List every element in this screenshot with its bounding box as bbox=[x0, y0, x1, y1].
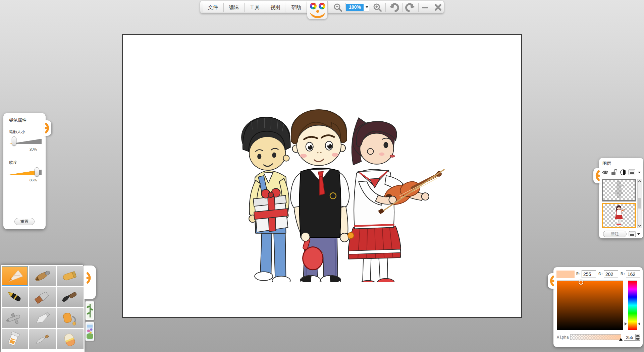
tool-cell-airbrush[interactable] bbox=[2, 308, 28, 328]
layer-scrollbar[interactable] bbox=[637, 179, 642, 228]
close-button[interactable] bbox=[432, 2, 444, 12]
fountain-pen-tool-icon bbox=[5, 289, 25, 305]
redo-button[interactable] bbox=[403, 2, 418, 12]
scroll-up-icon[interactable] bbox=[638, 179, 642, 183]
clown-ear-icon bbox=[85, 270, 94, 286]
spin-up-icon[interactable] bbox=[636, 334, 640, 337]
palette-collapse-handle[interactable] bbox=[84, 266, 96, 299]
minimize-button[interactable] bbox=[419, 2, 431, 12]
alpha-marker-icon[interactable] bbox=[619, 338, 623, 341]
blue-input[interactable] bbox=[626, 270, 640, 278]
visibility-eye-icon[interactable] bbox=[602, 169, 608, 175]
pencil-tool-icon bbox=[5, 268, 25, 284]
unlocked-padlock-icon[interactable] bbox=[611, 169, 617, 176]
zoom-level-combo[interactable]: 100% bbox=[345, 3, 369, 11]
panel-collapse-handle[interactable] bbox=[548, 273, 555, 289]
tool-cell-crayon[interactable] bbox=[57, 266, 84, 286]
hue-slider[interactable] bbox=[628, 281, 637, 330]
spin-down-icon[interactable] bbox=[636, 337, 640, 340]
clown-logo bbox=[307, 1, 328, 19]
blue-label: B: bbox=[621, 272, 625, 277]
spinner-arrows bbox=[635, 334, 640, 340]
scrollbar-thumb[interactable] bbox=[638, 198, 641, 209]
bamboo-stamp-icon bbox=[87, 303, 93, 319]
bamboo-stamp-button[interactable] bbox=[85, 301, 94, 320]
green-input[interactable] bbox=[604, 270, 618, 278]
tool-cell-palette-knife[interactable] bbox=[29, 308, 56, 328]
red-input[interactable] bbox=[582, 270, 596, 278]
brush-size-value: 20% bbox=[30, 147, 37, 151]
liner-brush-tool-icon bbox=[33, 332, 52, 347]
layer-thumbnail-color[interactable] bbox=[602, 203, 636, 228]
wood-pencil-tool-icon bbox=[33, 268, 52, 284]
chevron-down-icon bbox=[637, 233, 640, 235]
new-layer-button[interactable]: 新建 bbox=[603, 231, 627, 237]
menu-edit[interactable]: 编辑 bbox=[224, 2, 244, 12]
tool-palette bbox=[1, 265, 85, 352]
clown-ear-icon bbox=[593, 168, 601, 183]
zoom-in-icon bbox=[373, 3, 382, 12]
tool-cell-liner-brush[interactable] bbox=[29, 329, 56, 349]
hue-marker-left-icon[interactable] bbox=[625, 322, 627, 326]
red-label: R: bbox=[576, 272, 581, 277]
tool-cell-paint-roller[interactable] bbox=[57, 308, 84, 328]
clown-eye-left-icon bbox=[310, 3, 317, 9]
menu-view[interactable]: 视图 bbox=[265, 2, 285, 12]
tool-cell-eraser[interactable] bbox=[57, 329, 84, 349]
pencil-properties-panel: 铅笔属性 笔触大小 20% 软度 86% 重置 bbox=[3, 113, 46, 229]
panel-collapse-handle[interactable] bbox=[593, 168, 601, 183]
picture-stamp-button[interactable] bbox=[85, 322, 94, 341]
clown-ear-icon bbox=[44, 120, 51, 136]
green-label: G: bbox=[598, 272, 603, 277]
chevron-down-icon[interactable] bbox=[638, 172, 641, 173]
clown-eye-right-icon bbox=[319, 3, 325, 9]
panel-collapse-handle[interactable] bbox=[44, 120, 51, 136]
clown-smile-icon bbox=[309, 12, 326, 19]
layer-menu-icon[interactable] bbox=[628, 169, 635, 176]
toolbar-separator bbox=[432, 3, 432, 12]
alpha-slider[interactable] bbox=[570, 334, 621, 340]
ink-brush-tool-icon bbox=[60, 289, 80, 305]
paint-roller-tool-icon bbox=[60, 310, 80, 326]
color-cursor[interactable] bbox=[579, 280, 583, 285]
zoom-level-value: 100% bbox=[346, 4, 364, 11]
slider-handle[interactable] bbox=[12, 136, 16, 146]
canvas-illustration bbox=[235, 94, 450, 282]
layer-options-icon bbox=[629, 231, 636, 237]
menu-file[interactable]: 文件 bbox=[203, 2, 223, 12]
brush-size-slider[interactable] bbox=[7, 136, 42, 146]
picture-stamp-icon bbox=[87, 324, 93, 340]
tool-cell-pencil[interactable] bbox=[2, 266, 28, 286]
boy-with-paddle bbox=[290, 110, 354, 282]
chevron-down-icon bbox=[366, 6, 368, 8]
tool-cell-flat-brush[interactable] bbox=[29, 287, 56, 307]
menu-help[interactable]: 帮助 bbox=[286, 2, 306, 12]
undo-button[interactable] bbox=[387, 2, 401, 12]
brush-size-label: 笔触大小 bbox=[9, 129, 25, 135]
softness-slider[interactable] bbox=[7, 167, 42, 177]
reset-button[interactable]: 重置 bbox=[14, 218, 35, 225]
color-picker-panel: R: G: B: Alpha 255 bbox=[553, 267, 643, 347]
tool-cell-paint-tube[interactable] bbox=[2, 329, 28, 349]
saturation-value-square[interactable] bbox=[557, 281, 623, 330]
alpha-spinner[interactable]: 255 bbox=[624, 334, 640, 341]
layer-thumbnail-sketch[interactable] bbox=[602, 179, 636, 201]
zoom-out-button[interactable] bbox=[331, 2, 344, 12]
drawing-canvas[interactable] bbox=[122, 34, 522, 318]
current-color-swatch bbox=[556, 271, 575, 278]
hue-marker-right-icon[interactable] bbox=[638, 322, 640, 326]
main-toolbar: 文件 编辑 工具 视图 帮助 100% bbox=[200, 1, 444, 13]
layer-options-button[interactable] bbox=[629, 231, 641, 237]
scroll-down-icon[interactable] bbox=[638, 224, 642, 228]
hue-base bbox=[557, 281, 623, 330]
tool-cell-fountain-pen[interactable] bbox=[2, 287, 28, 307]
minimize-icon bbox=[421, 3, 429, 12]
zoom-in-button[interactable] bbox=[371, 2, 384, 12]
tool-cell-wood-pencil[interactable] bbox=[29, 266, 56, 286]
blend-half-circle-icon[interactable] bbox=[620, 169, 626, 176]
menu-tools[interactable]: 工具 bbox=[245, 2, 265, 12]
tool-cell-ink-brush[interactable] bbox=[57, 287, 84, 307]
paint-app: { "toolbar": { "menus": [ {"label": "文件"… bbox=[0, 0, 644, 352]
slider-handle[interactable] bbox=[35, 167, 39, 177]
airbrush-tool-icon bbox=[5, 310, 25, 326]
